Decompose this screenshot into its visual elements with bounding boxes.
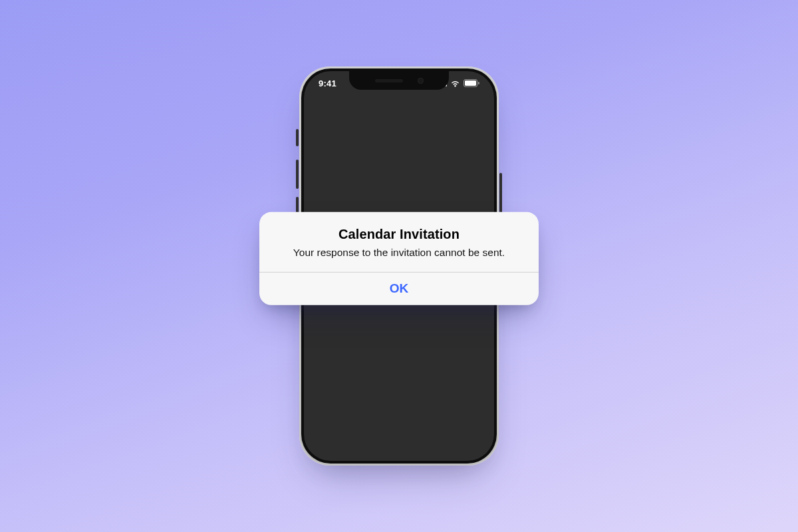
front-camera xyxy=(418,78,424,84)
svg-rect-1 xyxy=(465,80,476,86)
alert-title: Calendar Invitation xyxy=(275,227,523,242)
wifi-icon xyxy=(450,80,460,87)
mute-switch xyxy=(296,129,299,146)
speaker-grill xyxy=(375,79,403,82)
volume-up-button xyxy=(296,160,299,189)
alert-dialog: Calendar Invitation Your response to the… xyxy=(259,212,539,305)
phone-notch xyxy=(349,71,449,90)
alert-message: Your response to the invitation cannot b… xyxy=(275,246,523,260)
svg-rect-2 xyxy=(478,82,479,84)
ok-button[interactable]: OK xyxy=(259,273,539,305)
status-time: 9:41 xyxy=(319,78,336,88)
battery-icon xyxy=(464,79,479,87)
